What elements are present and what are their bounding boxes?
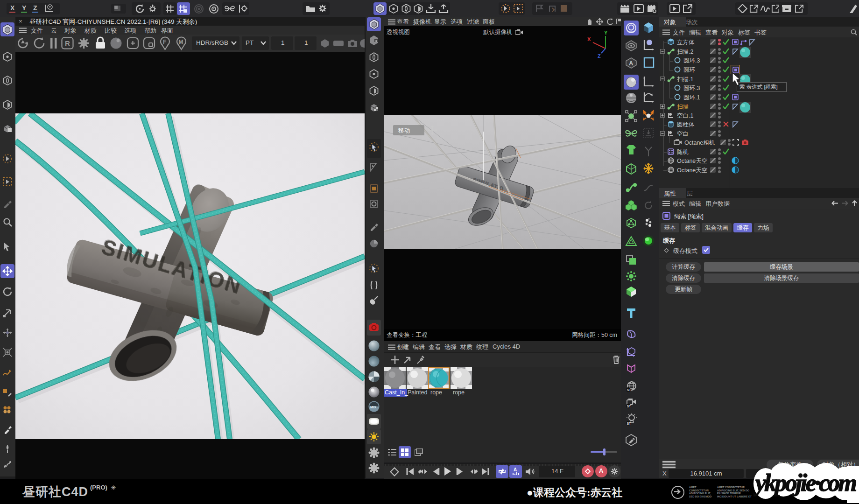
- svg-text:M: M: [179, 39, 183, 45]
- svg-text:ykpojie·com: ykpojie·com: [753, 469, 857, 496]
- svg-text:移动: 移动: [398, 127, 410, 134]
- svg-text:MIX: MIX: [370, 405, 376, 409]
- svg-text:A: A: [514, 467, 517, 472]
- svg-text:ST: ST: [627, 388, 631, 392]
- svg-text:F: F: [163, 39, 166, 45]
- svg-text:Z: Z: [598, 53, 601, 59]
- svg-text:Y: Y: [604, 30, 608, 35]
- svg-text:R: R: [65, 39, 70, 47]
- svg-text:A: A: [629, 60, 634, 67]
- svg-text:ST: ST: [627, 405, 631, 408]
- svg-text:X: X: [587, 36, 591, 42]
- svg-text:ST: ST: [627, 422, 631, 425]
